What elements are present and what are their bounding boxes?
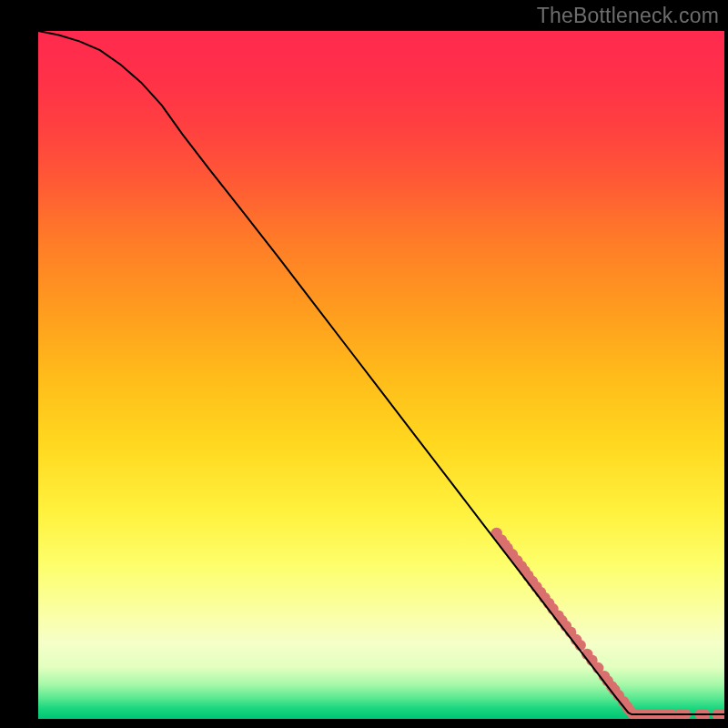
chart-frame: TheBottleneck.com bbox=[0, 0, 728, 728]
watermark-text: TheBottleneck.com bbox=[537, 4, 719, 28]
plot-area-gradient bbox=[38, 31, 724, 719]
bottleneck-chart bbox=[0, 0, 728, 728]
